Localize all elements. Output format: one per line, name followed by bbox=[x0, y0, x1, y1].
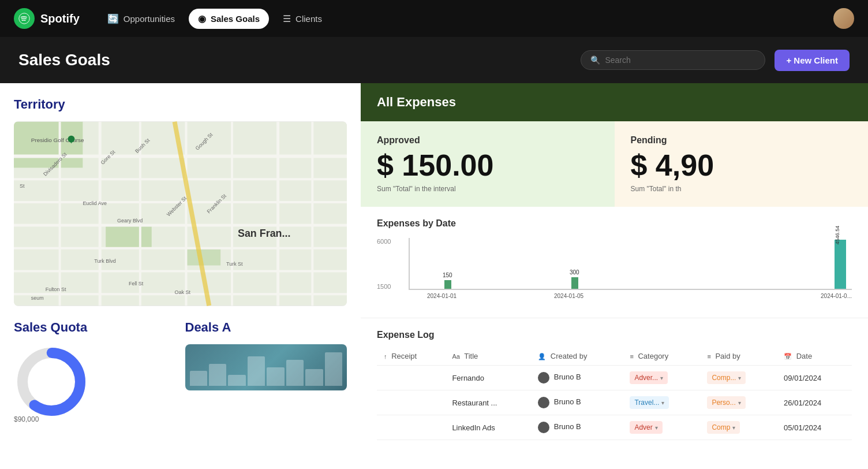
col-paid-by: ≡ Paid by bbox=[700, 347, 777, 366]
table-row: Fernando Bruno B Adver... ▾ Comp... ▾ 09… bbox=[377, 366, 852, 390]
cell-receipt-2 bbox=[377, 415, 445, 440]
y-label-low: 1500 bbox=[377, 283, 391, 290]
expense-table: ↑ Receipt Aa Title 👤 Created by ≡ bbox=[377, 347, 852, 440]
deal-bar-7 bbox=[305, 369, 323, 386]
header-actions: 🔍 + New Client bbox=[581, 50, 850, 71]
receipt-icon: ↑ bbox=[384, 353, 387, 360]
deals-section: Deals A bbox=[185, 320, 347, 424]
deal-bar-8 bbox=[325, 352, 342, 386]
avatar-2 bbox=[538, 422, 549, 433]
cell-paid-by-0: Comp... ▾ bbox=[700, 366, 777, 390]
bar-2 bbox=[571, 277, 578, 289]
svg-rect-2 bbox=[14, 122, 83, 168]
user-avatar[interactable] bbox=[833, 8, 854, 29]
pending-subtitle: Sum "Total" in th bbox=[631, 185, 852, 193]
bar-2-value: 300 bbox=[570, 269, 579, 276]
svg-text:Fulton St: Fulton St bbox=[46, 286, 66, 292]
deal-bar-1 bbox=[190, 371, 207, 386]
date-icon: 📅 bbox=[784, 353, 792, 360]
svg-text:Euclid Ave: Euclid Ave bbox=[83, 200, 107, 206]
bottom-section: Sales Quota $90,000 Deals A bbox=[14, 320, 347, 424]
log-title: Expense Log bbox=[377, 330, 852, 340]
svg-text:Turk St: Turk St bbox=[226, 261, 243, 267]
approved-subtitle: Sum "Total" in the interval bbox=[377, 185, 598, 193]
category-chevron-0: ▾ bbox=[660, 375, 663, 381]
col-category: ≡ Category bbox=[623, 347, 700, 366]
deal-bar-5 bbox=[267, 367, 284, 386]
category-badge-0[interactable]: Adver... ▾ bbox=[630, 371, 668, 384]
category-badge-1[interactable]: Travel... ▾ bbox=[630, 396, 669, 409]
bar-2-date: 2024-01-05 bbox=[554, 293, 583, 299]
expenses-panel: All Expenses Approved $ 150.00 Sum "Tota… bbox=[361, 83, 868, 469]
deal-bar-6 bbox=[286, 360, 304, 386]
bar-3-value: 4546.54 bbox=[835, 226, 841, 245]
svg-rect-3 bbox=[106, 225, 152, 248]
deal-bar-2 bbox=[209, 364, 226, 386]
sales-goals-icon: ◉ bbox=[198, 13, 206, 24]
new-client-button[interactable]: + New Client bbox=[775, 50, 850, 71]
cell-category-0: Adver... ▾ bbox=[623, 366, 700, 390]
expense-log: Expense Log ↑ Receipt Aa Title 👤 bbox=[361, 318, 868, 452]
svg-text:Turk Blvd: Turk Blvd bbox=[94, 258, 115, 264]
cell-receipt-0 bbox=[377, 366, 445, 390]
svg-text:seum: seum bbox=[31, 295, 44, 301]
cell-created-by-2: Bruno B bbox=[531, 415, 623, 440]
deal-bar-4 bbox=[248, 356, 265, 386]
expenses-header: All Expenses bbox=[361, 83, 868, 121]
pending-metric: Pending $ 4,90 Sum "Total" in th bbox=[615, 121, 869, 207]
paid-by-icon: ≡ bbox=[707, 353, 710, 360]
bar-1 bbox=[444, 280, 451, 289]
category-chevron-2: ▾ bbox=[655, 425, 658, 431]
cell-title-1: Restaurant ... bbox=[445, 390, 531, 415]
expenses-title: All Expenses bbox=[377, 95, 456, 109]
col-created-by: 👤 Created by bbox=[531, 347, 623, 366]
nav-item-opportunities[interactable]: 🔄 Opportunities bbox=[98, 9, 184, 29]
table-header-row: ↑ Receipt Aa Title 👤 Created by ≡ bbox=[377, 347, 852, 366]
paid-by-chevron-0: ▾ bbox=[738, 375, 741, 381]
metrics-row: Approved $ 150.00 Sum "Total" in the int… bbox=[361, 121, 868, 207]
svg-text:San Fran...: San Fran... bbox=[238, 228, 290, 239]
cell-created-by-0: Bruno B bbox=[531, 366, 623, 390]
paid-by-badge-0[interactable]: Comp... ▾ bbox=[707, 371, 746, 384]
deal-bar-3 bbox=[228, 375, 245, 386]
col-date: 📅 Date bbox=[777, 347, 852, 366]
svg-text:St: St bbox=[20, 183, 25, 189]
page-header: Sales Goals 🔍 + New Client bbox=[0, 37, 868, 83]
logo[interactable]: Spotify bbox=[14, 8, 80, 29]
search-container: 🔍 bbox=[581, 50, 765, 70]
map-container: Presidio Golf Course San Fran... Divisad… bbox=[14, 121, 347, 306]
cell-date-0: 09/01/2024 bbox=[777, 366, 852, 390]
logo-icon bbox=[14, 8, 35, 29]
cell-paid-by-1: Perso... ▾ bbox=[700, 390, 777, 415]
paid-by-chevron-1: ▾ bbox=[738, 400, 741, 406]
paid-by-badge-1[interactable]: Perso... ▾ bbox=[707, 396, 745, 409]
paid-by-chevron-2: ▾ bbox=[732, 425, 735, 431]
opportunities-icon: 🔄 bbox=[107, 13, 119, 24]
avatar-1 bbox=[538, 397, 549, 408]
category-badge-2[interactable]: Adver ▾ bbox=[630, 421, 662, 434]
paid-by-badge-2[interactable]: Comp ▾ bbox=[707, 421, 740, 434]
donut-chart bbox=[14, 344, 83, 414]
cell-category-1: Travel... ▾ bbox=[623, 390, 700, 415]
category-chevron-1: ▾ bbox=[661, 400, 664, 406]
bar-3-date: 2024-01-0... bbox=[821, 293, 852, 299]
y-label-high: 6000 bbox=[377, 238, 391, 245]
nav-item-clients[interactable]: ☰ Clients bbox=[274, 9, 331, 29]
svg-text:Fell St: Fell St bbox=[129, 281, 144, 286]
top-navigation: Spotify 🔄 Opportunities ◉ Sales Goals ☰ … bbox=[0, 0, 868, 37]
table-row: LinkedIn Ads Bruno B Adver ▾ Comp ▾ 05/0… bbox=[377, 415, 852, 440]
approved-metric: Approved $ 150.00 Sum "Total" in the int… bbox=[361, 121, 615, 207]
approved-label: Approved bbox=[377, 135, 598, 146]
avatar-0 bbox=[538, 372, 549, 384]
nav-item-sales-goals[interactable]: ◉ Sales Goals bbox=[189, 9, 269, 29]
nav-items: 🔄 Opportunities ◉ Sales Goals ☰ Clients bbox=[98, 9, 815, 29]
territory-title: Territory bbox=[14, 97, 347, 112]
search-input[interactable] bbox=[605, 55, 755, 65]
cell-paid-by-2: Comp ▾ bbox=[700, 415, 777, 440]
chart-title: Expenses by Date bbox=[377, 218, 852, 229]
pending-label: Pending bbox=[631, 135, 852, 146]
category-icon: ≡ bbox=[630, 353, 633, 360]
title-icon: Aa bbox=[452, 353, 459, 360]
page-title: Sales Goals bbox=[18, 51, 110, 69]
svg-text:Presidio Golf Course: Presidio Golf Course bbox=[31, 137, 84, 143]
